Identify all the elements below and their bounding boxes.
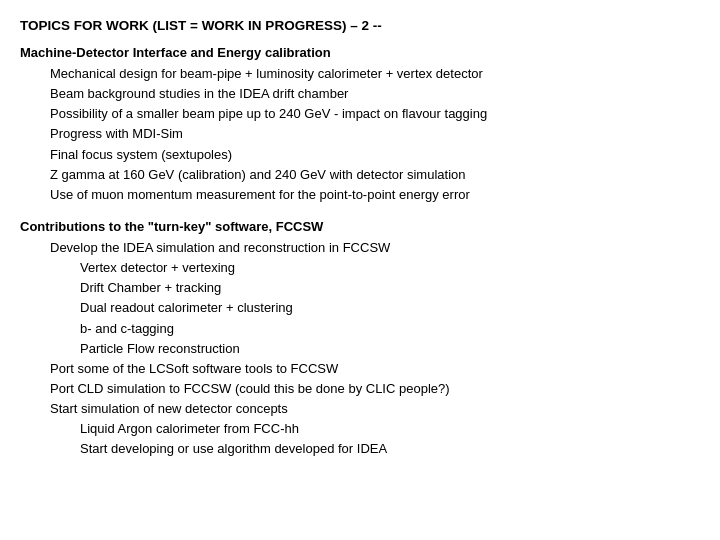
section-0-item-6: Use of muon momentum measurement for the…: [20, 185, 700, 205]
section-header-1: Contributions to the "turn-key" software…: [20, 219, 700, 234]
section-1-item-8: Start simulation of new detector concept…: [20, 399, 700, 419]
section-1-item-5: Particle Flow reconstruction: [20, 339, 700, 359]
page-title: TOPICS FOR WORK (LIST = WORK IN PROGRESS…: [20, 18, 700, 33]
section-0-item-5: Z gamma at 160 GeV (calibration) and 240…: [20, 165, 700, 185]
section-1: Contributions to the "turn-key" software…: [20, 219, 700, 460]
section-0-item-3: Progress with MDI-Sim: [20, 124, 700, 144]
section-1-item-10: Start developing or use algorithm develo…: [20, 439, 700, 459]
section-1-item-4: b- and c-tagging: [20, 319, 700, 339]
section-0-item-1: Beam background studies in the IDEA drif…: [20, 84, 700, 104]
sections-container: Machine-Detector Interface and Energy ca…: [20, 45, 700, 460]
section-1-item-1: Vertex detector + vertexing: [20, 258, 700, 278]
section-1-item-6: Port some of the LCSoft software tools t…: [20, 359, 700, 379]
section-1-item-0: Develop the IDEA simulation and reconstr…: [20, 238, 700, 258]
section-0: Machine-Detector Interface and Energy ca…: [20, 45, 700, 205]
section-0-item-4: Final focus system (sextupoles): [20, 145, 700, 165]
section-1-item-2: Drift Chamber + tracking: [20, 278, 700, 298]
section-0-item-0: Mechanical design for beam-pipe + lumino…: [20, 64, 700, 84]
page-container: TOPICS FOR WORK (LIST = WORK IN PROGRESS…: [0, 0, 720, 492]
section-1-item-7: Port CLD simulation to FCCSW (could this…: [20, 379, 700, 399]
section-1-item-9: Liquid Argon calorimeter from FCC-hh: [20, 419, 700, 439]
section-1-item-3: Dual readout calorimeter + clustering: [20, 298, 700, 318]
section-0-item-2: Possibility of a smaller beam pipe up to…: [20, 104, 700, 124]
section-header-0: Machine-Detector Interface and Energy ca…: [20, 45, 700, 60]
